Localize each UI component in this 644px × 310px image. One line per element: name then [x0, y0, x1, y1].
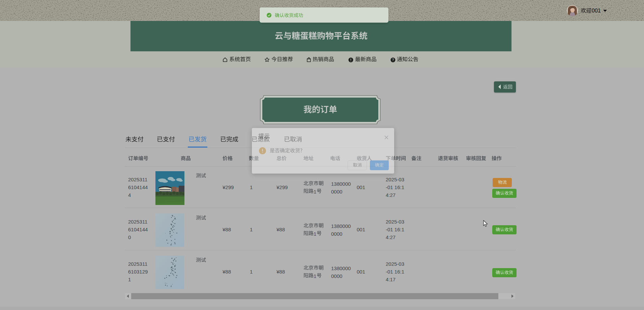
- svg-text:?: ?: [392, 58, 394, 62]
